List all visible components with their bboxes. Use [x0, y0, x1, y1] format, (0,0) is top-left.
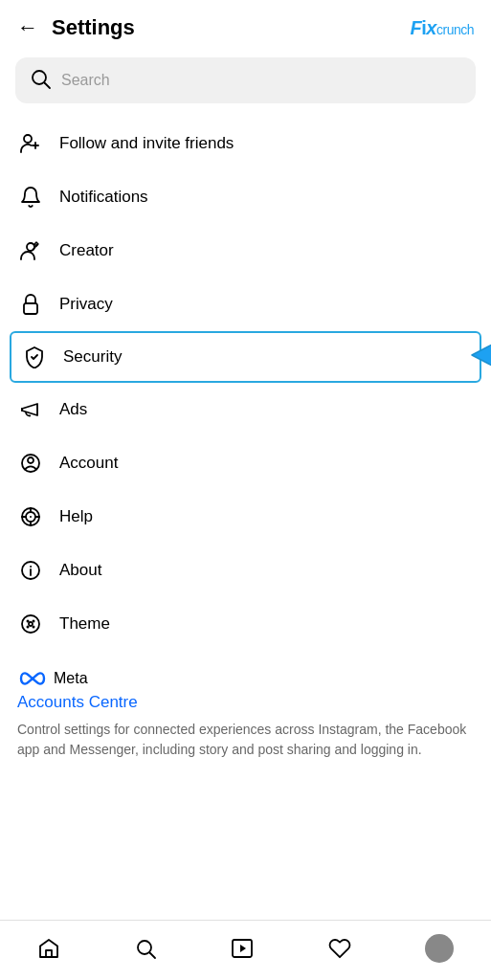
help-icon: [17, 505, 44, 528]
svg-point-11: [28, 457, 33, 463]
menu-item-theme[interactable]: Theme: [0, 597, 491, 651]
privacy-label: Privacy: [59, 295, 113, 314]
account-icon: [17, 452, 44, 475]
lock-icon: [17, 293, 44, 316]
svg-rect-6: [24, 303, 37, 314]
brand-fix: Fix: [411, 17, 436, 38]
menu-item-help[interactable]: Help: [0, 490, 491, 544]
back-button[interactable]: ←: [17, 15, 38, 40]
nav-home[interactable]: [26, 933, 72, 964]
follow-label: Follow and invite friends: [59, 134, 234, 153]
arrow-annotation: [470, 334, 491, 380]
theme-label: Theme: [59, 614, 110, 634]
svg-rect-28: [46, 950, 52, 957]
menu-item-notifications[interactable]: Notifications: [0, 170, 491, 224]
page-title: Settings: [52, 15, 135, 40]
creator-icon: [17, 239, 44, 262]
svg-point-21: [31, 567, 32, 568]
bell-icon: [17, 186, 44, 209]
menu-item-account[interactable]: Account: [0, 436, 491, 490]
settings-menu: Follow and invite friends Notifications …: [0, 117, 491, 651]
megaphone-icon: [17, 398, 44, 421]
svg-point-2: [24, 135, 32, 143]
menu-item-security[interactable]: Security: [10, 331, 481, 383]
svg-line-1: [45, 83, 51, 89]
brand-logo: Fixcrunch: [411, 17, 474, 39]
nav-reels[interactable]: [219, 933, 265, 964]
search-placeholder-text: Search: [61, 72, 110, 89]
creator-label: Creator: [59, 241, 114, 260]
search-nav-icon: [134, 937, 157, 960]
menu-item-ads[interactable]: Ads: [0, 383, 491, 436]
svg-point-14: [30, 516, 32, 518]
nav-profile[interactable]: [413, 930, 465, 967]
svg-point-22: [22, 615, 39, 633]
ads-label: Ads: [59, 400, 87, 419]
nav-search[interactable]: [123, 933, 168, 964]
home-icon: [37, 937, 60, 960]
menu-item-privacy[interactable]: Privacy: [0, 278, 491, 331]
bottom-nav: [0, 920, 491, 980]
notifications-label: Notifications: [59, 188, 148, 207]
help-label: Help: [59, 507, 93, 526]
info-icon: [17, 559, 44, 582]
menu-item-creator[interactable]: Creator: [0, 224, 491, 278]
search-icon: [29, 67, 52, 94]
meta-description: Control settings for connected experienc…: [17, 720, 474, 760]
heart-icon: [328, 937, 351, 960]
svg-point-27: [29, 622, 33, 626]
brand-crunch: crunch: [436, 22, 474, 37]
nav-likes[interactable]: [317, 933, 363, 964]
profile-avatar: [425, 934, 454, 963]
meta-infinity-icon: [17, 670, 48, 687]
search-bar[interactable]: Search: [15, 57, 476, 103]
search-container: Search: [0, 52, 491, 117]
accounts-centre-link[interactable]: Accounts Centre: [17, 693, 474, 712]
svg-marker-32: [240, 945, 246, 952]
shield-icon: [21, 345, 48, 368]
security-label: Security: [63, 347, 122, 367]
meta-logo: Meta: [17, 670, 474, 687]
about-label: About: [59, 561, 101, 580]
svg-line-30: [150, 953, 156, 959]
svg-marker-8: [472, 336, 491, 374]
meta-text: Meta: [54, 670, 88, 687]
meta-section: Meta Accounts Centre Control settings fo…: [0, 651, 491, 769]
menu-item-about[interactable]: About: [0, 544, 491, 597]
reels-icon: [231, 937, 254, 960]
follow-icon: [17, 132, 44, 155]
theme-icon: [17, 612, 44, 635]
account-label: Account: [59, 454, 118, 473]
app-header: ← Settings Fixcrunch: [0, 0, 491, 52]
menu-item-follow[interactable]: Follow and invite friends: [0, 117, 491, 170]
